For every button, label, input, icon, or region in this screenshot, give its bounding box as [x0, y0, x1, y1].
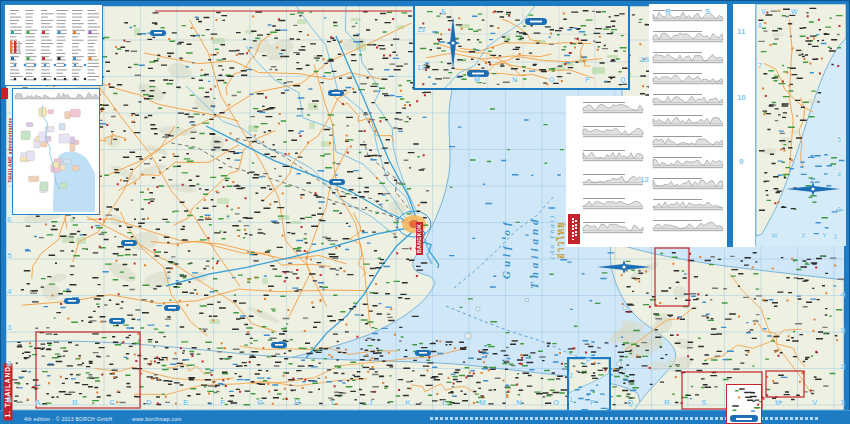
grid-label: W: [791, 8, 798, 15]
grid-label: 12: [417, 64, 425, 71]
route-number-pill: [730, 415, 758, 422]
grid-label: M: [479, 399, 486, 407]
grid-label: Q: [620, 76, 625, 83]
grid-label: Y: [822, 232, 827, 239]
grid-label: E: [441, 8, 446, 15]
grid-label: 13: [640, 56, 649, 64]
grid-label: 13: [417, 26, 425, 33]
route-profiles-panel-2: [566, 96, 649, 247]
grid-label: 4: [840, 291, 844, 299]
grid-label: O: [553, 399, 559, 407]
grid-label: N: [512, 76, 517, 83]
grid-label: X: [801, 232, 806, 239]
grid-label: S: [701, 399, 706, 407]
grid-label: F: [220, 399, 225, 407]
grid-label: V: [812, 399, 817, 407]
fold-mark-chip: [1, 88, 8, 99]
grid-label: R: [664, 399, 670, 407]
route-profiles-panel: [649, 4, 755, 247]
grid-label: 1: [840, 399, 844, 407]
grid-label: 3: [837, 206, 841, 213]
grid-label: E: [183, 399, 188, 407]
website-text: www.borchmap.com: [132, 416, 182, 422]
map-sheet: THAILAND administrative: [0, 0, 850, 424]
grid-label: B: [72, 399, 78, 407]
grid-label: 2: [569, 372, 573, 379]
grid-label: V: [761, 8, 766, 15]
grid-label: H: [294, 399, 300, 407]
grid-label: G: [257, 399, 263, 407]
grid-label: P: [586, 357, 591, 364]
grid-label: M: [474, 76, 480, 83]
grid-label: K: [405, 399, 411, 407]
legend-panel: [4, 4, 103, 86]
grid-label: 3: [7, 324, 11, 332]
grid-label: R: [665, 8, 671, 16]
grid-label: 1: [7, 396, 11, 404]
admin-inset-title: THAILAND administrative: [9, 117, 14, 182]
grid-label: 8: [758, 22, 762, 29]
grid-label: O: [549, 76, 554, 83]
compass-rose-right-inset-icon: [785, 180, 841, 198]
grid-label: S: [705, 8, 710, 16]
grid-label: 4: [837, 171, 841, 178]
compass-rose-top-inset-icon: [444, 16, 462, 70]
bangkok-label: BANGKOK: [416, 222, 423, 255]
inset-thailand-administrative: [12, 88, 100, 215]
grid-label: 12: [640, 176, 649, 184]
grid-label: N: [516, 399, 522, 407]
grid-label: U: [775, 399, 781, 407]
grid-label: A: [35, 399, 41, 407]
map-continuation-box: [726, 384, 762, 424]
grid-label: P: [590, 399, 595, 407]
grid-label: 4: [7, 288, 11, 296]
grid-label: 2: [7, 360, 11, 368]
grid-label: P: [585, 76, 590, 83]
grid-label: 7: [758, 62, 762, 69]
grid-label: 6: [7, 216, 11, 224]
grid-label: 5: [837, 136, 841, 143]
grid-label: 1: [569, 396, 573, 403]
bottom-frame-band: 4th edition · © 2013 BORCH GmbH www.borc…: [0, 410, 850, 424]
grid-label: 3: [840, 327, 844, 335]
grid-label: 3: [833, 233, 837, 240]
sea-label-thailand: Thailand: [529, 215, 540, 289]
grid-label: L: [442, 399, 447, 407]
grid-label: 5: [7, 252, 11, 260]
grid-label: 2: [840, 363, 844, 371]
sea-label-gulf-of: Gulf of: [501, 218, 512, 279]
profiles-title-block: [568, 214, 580, 244]
grid-label: 9: [739, 158, 743, 166]
grid-label: J: [368, 399, 372, 407]
sheet-title-label: 1. THAILAND: [4, 363, 13, 420]
grid-label: 11: [737, 28, 745, 36]
compass-rose-gulf-icon: [596, 258, 652, 276]
inset-south-coast-map: [755, 4, 845, 246]
grid-label: C: [109, 399, 115, 407]
grid-label: 10: [737, 94, 746, 102]
grid-label: Q: [627, 399, 633, 407]
sea-label-ao-thai: (Ao Thai): [549, 214, 556, 259]
sea-label-thai-script: อ่าวไทย: [557, 222, 566, 259]
grid-label: W: [771, 232, 778, 239]
edition-text: 4th edition · © 2013 BORCH GmbH: [24, 416, 112, 422]
inset-bottom-right: [567, 357, 611, 416]
grid-label: D: [146, 399, 152, 407]
grid-label: I: [331, 399, 333, 407]
